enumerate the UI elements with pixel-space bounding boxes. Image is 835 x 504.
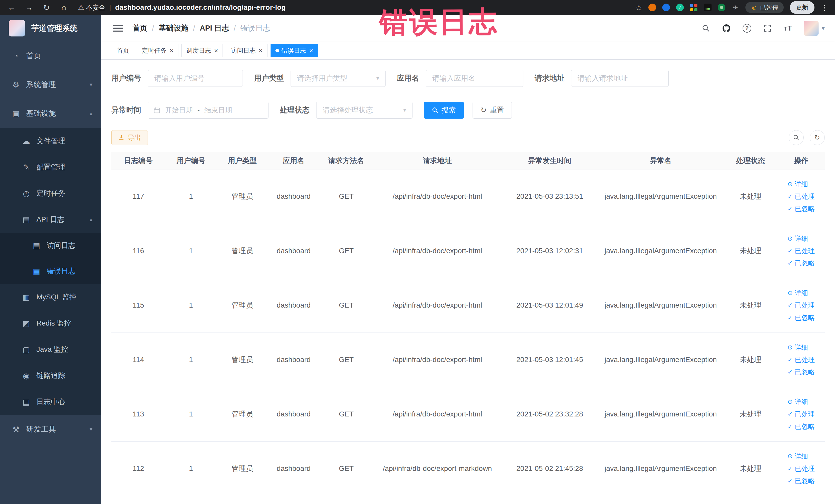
sidebar-item-redis-monitor[interactable]: ◩ Redis 监控	[0, 310, 101, 336]
refresh-table-button[interactable]: ↻	[810, 130, 825, 145]
breadcrumb-item[interactable]: 基础设施	[159, 23, 188, 33]
user-type-select[interactable]: 请选择用户类型 ▾	[290, 70, 386, 87]
sidebar-item-log-center[interactable]: ▤ 日志中心	[0, 389, 101, 415]
mark-processed-button[interactable]: ✓已处理	[788, 354, 815, 366]
sidebar: 芋道管理系统 ◔ 首页 ⚙ 系统管理 ▾ ▣ 基础设施 ▴ ☁ 文件管理	[0, 15, 101, 504]
mark-ignored-button[interactable]: ✓已忽略	[788, 203, 815, 215]
cell-user-type: 管理员	[217, 332, 268, 387]
extension-plane-icon[interactable]: ✈	[732, 4, 739, 11]
chevron-down-icon: ▾	[376, 75, 379, 82]
font-size-icon[interactable]: ᴛT	[783, 23, 793, 33]
browser-back-icon[interactable]: ←	[7, 3, 16, 12]
sidebar-item-infrastructure[interactable]: ▣ 基础设施 ▴	[0, 99, 101, 128]
mark-ignored-button[interactable]: ✓已忽略	[788, 475, 815, 487]
sidebar-item-dev-tools[interactable]: ⚒ 研发工具 ▾	[0, 415, 101, 444]
tab-job-log[interactable]: 调度日志×	[182, 44, 223, 57]
extension-check-icon[interactable]: ✓	[676, 4, 684, 11]
sidebar-item-mysql-monitor[interactable]: ▥ MySQL 监控	[0, 284, 101, 310]
mark-ignored-button[interactable]: ✓已忽略	[788, 311, 815, 324]
mark-processed-button[interactable]: ✓已处理	[788, 245, 815, 257]
bookmark-star-icon[interactable]: ☆	[635, 3, 643, 12]
browser-menu-icon[interactable]: ⋮	[821, 3, 828, 12]
mark-ignored-button[interactable]: ✓已忽略	[788, 257, 815, 269]
breadcrumb-separator: /	[193, 24, 195, 33]
sidebar-item-config-management[interactable]: ✎ 配置管理	[0, 154, 101, 180]
column-header: 日志编号	[111, 152, 165, 169]
fullscreen-icon[interactable]	[762, 23, 772, 33]
sidebar-item-api-logs[interactable]: ▤ API 日志 ▴	[0, 206, 101, 233]
extension-icon[interactable]	[648, 4, 656, 11]
paused-badge[interactable]: ☺ 已暂停	[746, 2, 784, 13]
app-name-input[interactable]	[426, 70, 523, 87]
detail-button[interactable]: ⊙详细	[788, 450, 808, 462]
cell-log-id: 115	[111, 278, 165, 332]
sidebar-item-error-log[interactable]: ▤ 错误日志	[0, 258, 101, 284]
hide-search-button[interactable]	[789, 130, 804, 145]
browser-reload-icon[interactable]: ↻	[42, 3, 51, 12]
action-processed-label: 已处理	[795, 462, 815, 475]
browser-home-icon[interactable]: ⌂	[59, 3, 69, 12]
detail-button[interactable]: ⊙详细	[788, 233, 808, 245]
search-button[interactable]: 搜索	[424, 102, 464, 119]
sidebar-item-trace[interactable]: ◉ 链路追踪	[0, 363, 101, 389]
mark-processed-button[interactable]: ✓已处理	[788, 190, 815, 203]
exception-time-range-picker[interactable]: 开始日期 - 结束日期	[148, 102, 268, 119]
browser-forward-icon[interactable]: →	[24, 3, 34, 12]
sidebar-toggle-button[interactable]	[109, 21, 127, 35]
cell-user-type: 管理员	[217, 387, 268, 441]
request-url-input[interactable]	[571, 70, 669, 87]
sidebar-item-home[interactable]: ◔ 首页	[0, 42, 101, 70]
detail-button[interactable]: ⊙详细	[788, 178, 808, 190]
breadcrumb-item[interactable]: 首页	[133, 23, 147, 33]
close-icon[interactable]: ×	[309, 47, 313, 54]
mark-ignored-button[interactable]: ✓已忽略	[788, 420, 815, 432]
extension-grid-icon[interactable]	[690, 4, 698, 11]
extension-on-badge[interactable]: on	[704, 4, 712, 11]
tab-home[interactable]: 首页	[112, 44, 134, 57]
detail-button[interactable]: ⊙详细	[788, 341, 808, 354]
reset-button[interactable]: ↻ 重置	[472, 102, 512, 119]
app-logo[interactable]: 芋道管理系统	[0, 15, 101, 42]
export-button[interactable]: 导出	[111, 130, 148, 145]
header-search-icon[interactable]	[701, 23, 711, 33]
github-icon[interactable]	[721, 23, 731, 33]
tab-label: 首页	[117, 46, 129, 55]
security-warning[interactable]: ⚠ 不安全	[78, 3, 105, 12]
check-icon: ✓	[788, 248, 793, 254]
sidebar-item-file-management[interactable]: ☁ 文件管理	[0, 128, 101, 154]
avatar	[804, 21, 819, 36]
mark-ignored-button[interactable]: ✓已忽略	[788, 366, 815, 378]
sidebar-item-scheduled-jobs[interactable]: ◷ 定时任务	[0, 180, 101, 206]
sidebar-item-label: 配置管理	[37, 162, 65, 172]
sidebar-item-system-management[interactable]: ⚙ 系统管理 ▾	[0, 70, 101, 99]
mark-processed-button[interactable]: ✓已处理	[788, 408, 815, 420]
user-menu[interactable]: ▾	[804, 21, 825, 36]
process-status-select[interactable]: 请选择处理状态 ▾	[316, 102, 412, 119]
user-id-input[interactable]	[148, 70, 243, 87]
sidebar-item-java-monitor[interactable]: ▢ Java 监控	[0, 336, 101, 363]
chevron-down-icon: ▾	[89, 81, 93, 88]
breadcrumb-item[interactable]: API 日志	[200, 23, 229, 33]
tab-access-log[interactable]: 访问日志×	[226, 44, 267, 57]
sidebar-item-access-log[interactable]: ▤ 访问日志	[0, 233, 101, 258]
close-icon[interactable]: ×	[214, 47, 218, 54]
cell-actions: ⊙详细 ✓已处理 ✓已忽略	[777, 441, 825, 496]
document-icon: ▤	[21, 215, 32, 224]
tab-scheduled-jobs[interactable]: 定时任务×	[137, 44, 178, 57]
extension-icon[interactable]	[662, 4, 670, 11]
page-content: 用户编号 用户类型 请选择用户类型 ▾ 应用名 请求地址	[101, 60, 835, 504]
detail-button[interactable]: ⊙详细	[788, 396, 808, 408]
detail-button[interactable]: ⊙详细	[788, 287, 808, 299]
chevron-down-icon: ▾	[822, 25, 825, 32]
browser-update-button[interactable]: 更新	[790, 1, 814, 14]
cell-method: GET	[319, 278, 373, 332]
help-icon[interactable]: ?	[742, 23, 752, 33]
close-icon[interactable]: ×	[259, 47, 262, 54]
tab-error-log[interactable]: 错误日志×	[270, 44, 318, 57]
extension-leaf-icon[interactable]	[718, 4, 726, 11]
mark-processed-button[interactable]: ✓已处理	[788, 299, 815, 311]
action-processed-label: 已处理	[795, 354, 815, 366]
mark-processed-button[interactable]: ✓已处理	[788, 462, 815, 475]
address-bar[interactable]: ⚠ 不安全 | dashboard.yudao.iocoder.cn/infra…	[78, 3, 286, 12]
close-icon[interactable]: ×	[170, 47, 174, 54]
